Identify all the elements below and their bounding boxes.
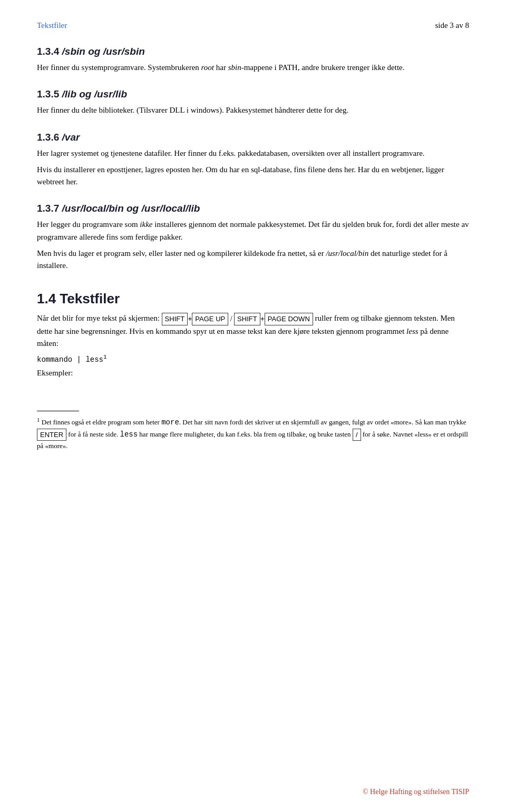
footnote-superscript-1: 1 bbox=[103, 354, 107, 360]
shift-key-2: SHIFT bbox=[234, 313, 260, 325]
section-1-3-4-heading: 1.3.4 /sbin og /usr/sbin bbox=[37, 46, 469, 57]
section-1-3-6-number: 1.3.6 bbox=[37, 132, 62, 143]
more-code: more bbox=[161, 419, 179, 427]
section-1-3-6-title: /var bbox=[62, 132, 80, 143]
section-1-3-4: 1.3.4 /sbin og /usr/sbin Her finner du s… bbox=[37, 46, 469, 74]
section-1-3-7: 1.3.7 /usr/local/bin og /usr/local/lib H… bbox=[37, 203, 469, 272]
section-1-3-4-number: 1.3.4 bbox=[37, 46, 62, 57]
page-header: Tekstfiler side 3 av 8 bbox=[37, 21, 469, 30]
section-1-4-number: 1.4 Tekstfiler bbox=[37, 291, 120, 306]
section-1-3-7-para1: Her legger du programvare som ikke insta… bbox=[37, 219, 469, 243]
section-1-3-6-heading: 1.3.6 /var bbox=[37, 132, 469, 143]
code-example: kommando | less1 bbox=[37, 354, 469, 364]
ikke-em: ikke bbox=[140, 220, 152, 229]
section-1-3-5: 1.3.5 /lib og /usr/lib Her finner du del… bbox=[37, 88, 469, 116]
plus-2: + bbox=[260, 314, 265, 323]
section-1-4-heading: 1.4 Tekstfiler bbox=[37, 291, 469, 307]
page-up-key: PAGE UP bbox=[192, 313, 228, 325]
section-1-3-6-para2: Hvis du installerer en eposttjener, lagr… bbox=[37, 164, 469, 189]
section-1-3-7-heading: 1.3.7 /usr/local/bin og /usr/local/lib bbox=[37, 203, 469, 214]
section-1-3-6: 1.3.6 /var Her lagrer systemet og tjenes… bbox=[37, 132, 469, 189]
section-1-3-6-para1: Her lagrer systemet og tjenestene datafi… bbox=[37, 147, 469, 160]
section-1-3-7-title: /usr/local/bin og /usr/local/lib bbox=[62, 203, 200, 214]
sbin-em: sbin bbox=[228, 63, 241, 72]
header-title: Tekstfiler bbox=[37, 21, 67, 30]
page-footer: © Helge Hafting og stiftelsen TISIP bbox=[363, 788, 469, 796]
section-1-3-5-number: 1.3.5 bbox=[37, 88, 62, 100]
plus-1: + bbox=[188, 314, 192, 323]
footnote-area: 1 Det finnes også et eldre program som h… bbox=[37, 411, 469, 451]
section-1-3-5-heading: 1.3.5 /lib og /usr/lib bbox=[37, 88, 469, 100]
page-down-key: PAGE DOWN bbox=[265, 313, 313, 325]
section-1-3-4-para1: Her finner du systemprogramvare. Systemb… bbox=[37, 62, 469, 74]
section-1-3-5-title: /lib og /usr/lib bbox=[62, 88, 128, 100]
shift-key-1: SHIFT bbox=[162, 313, 188, 325]
section-1-4-para1: Når det blir for mye tekst på skjermen: … bbox=[37, 312, 469, 350]
page: Tekstfiler side 3 av 8 1.3.4 /sbin og /u… bbox=[0, 0, 506, 812]
slash-key: / bbox=[353, 429, 361, 441]
section-1-4: 1.4 Tekstfiler Når det blir for mye teks… bbox=[37, 291, 469, 379]
root-em: root bbox=[201, 63, 214, 72]
section-1-3-5-para1: Her finner du delte biblioteker. (Tilsva… bbox=[37, 104, 469, 116]
local-bin-em: /usr/local/bin bbox=[326, 249, 368, 258]
slash-separator: / bbox=[228, 315, 234, 323]
header-page-number: side 3 av 8 bbox=[435, 21, 469, 30]
less-em: less bbox=[406, 327, 419, 335]
footnote-text: 1 Det finnes også et eldre program som h… bbox=[37, 415, 469, 451]
footnote-divider bbox=[37, 411, 79, 411]
section-1-3-4-title: /sbin og /usr/sbin bbox=[62, 46, 145, 57]
less-code: less bbox=[120, 430, 138, 438]
examples-label: Eksempler: bbox=[37, 367, 469, 379]
enter-key: ENTER bbox=[37, 429, 66, 441]
footnote-number: 1 bbox=[37, 417, 40, 423]
section-1-3-7-para2: Men hvis du lager et program selv, eller… bbox=[37, 247, 469, 272]
footer-text: © Helge Hafting og stiftelsen TISIP bbox=[363, 788, 469, 796]
section-1-3-7-number: 1.3.7 bbox=[37, 203, 62, 214]
